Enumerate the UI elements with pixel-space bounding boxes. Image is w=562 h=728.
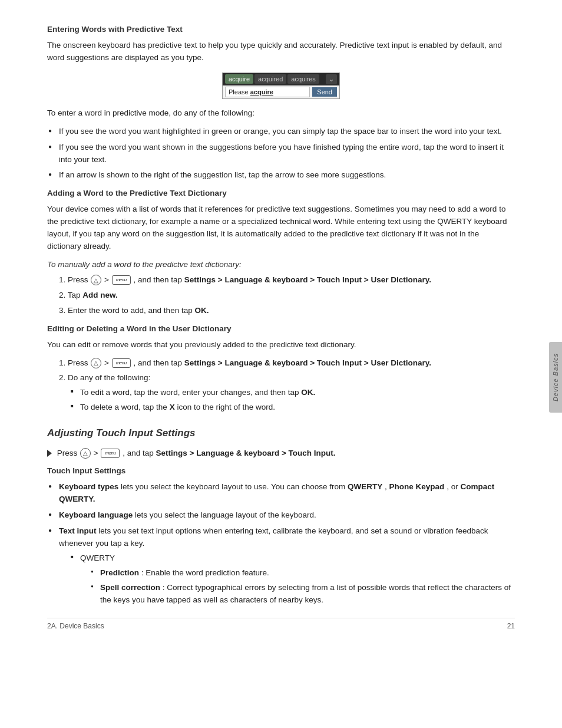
edit-step1-press: Press: [68, 358, 90, 367]
keyboard-widget: acquire acquired acquires ⌄ Please acqui…: [222, 73, 340, 99]
ts-b2-bold: Keyboard language: [59, 510, 133, 519]
entering-words-intro: To enter a word in predictive mode, do a…: [47, 107, 515, 120]
home-icon-edit1: △: [91, 358, 101, 368]
ts-sub1-text: QWERTY: [80, 554, 115, 562]
bullet-item-1: If you see the word you want highlighted…: [47, 126, 515, 138]
edit-sub2-pre: To delete a word, tap the: [80, 403, 167, 411]
step-1: 1. Press △ > menu , and then tap Setting…: [47, 274, 515, 286]
step-2: 2. Tap Add new.: [47, 289, 515, 302]
edit-sub2-bold: X: [170, 403, 175, 411]
footer: 2A. Device Basics 21: [47, 618, 515, 630]
ts-bullet-1: Keyboard types lets you select the keybo…: [47, 481, 515, 506]
ts-b2-text-val: lets you select the language layout of t…: [135, 510, 316, 519]
menu-icon-edit1: menu: [112, 358, 131, 368]
adjusting-press-line: Press △ > menu , and tap Settings > Lang…: [47, 447, 515, 460]
edit-sub1-pre: To edit a word, tap the word, enter your…: [80, 388, 299, 397]
adjust-gt: >: [94, 449, 101, 457]
edit-step1-comma: , and then tap: [133, 358, 184, 367]
edit-step-2: 2. Do any of the following: To edit a wo…: [47, 372, 515, 414]
ts-bullet-3: Text input lets you set text input optio…: [47, 525, 515, 607]
step3-bold: OK.: [194, 306, 209, 315]
input-row: Please acquire Send: [223, 85, 339, 98]
ts-b1-comma2: , or: [447, 482, 460, 491]
ts-ss2-bold: Spell correction: [100, 583, 160, 592]
step3-pre: Enter the word to add, and then tap: [68, 306, 193, 315]
ts-sub-sub-2: Spell correction : Correct typographical…: [91, 582, 515, 607]
page-container: Entering Words with Predictive Text The …: [0, 0, 562, 648]
home-icon-step1: △: [91, 275, 101, 285]
editing-title: Editing or Deleting a Word in the User D…: [47, 323, 515, 335]
step2-bold: Add new.: [82, 291, 118, 299]
editing-section: Editing or Deleting a Word in the User D…: [47, 323, 515, 414]
ts-sub-1: QWERTY Prediction : Enable the word pred…: [71, 552, 515, 607]
ts-b1-bold1: Keyboard types: [59, 482, 118, 491]
arrow-right-icon: [47, 450, 52, 457]
adding-word-section: Adding a Word to the Predictive Text Dic…: [47, 187, 515, 317]
step1-gt: >: [104, 275, 111, 284]
input-display: Please acquire: [225, 87, 310, 97]
manual-add-title: To manually add a word to the predictve …: [47, 259, 515, 271]
chip-acquires: acquires: [287, 74, 319, 84]
entering-words-bullets: If you see the word you want highlighted…: [47, 126, 515, 182]
side-tab-label: Device Basics: [552, 353, 559, 401]
adjust-bold: Settings > Language & keyboard > Touch I…: [156, 449, 336, 457]
edit-step-1: 1. Press △ > menu , and then tap Setting…: [47, 357, 515, 370]
send-button[interactable]: Send: [312, 87, 337, 97]
edit-step2-text: Do any of the following:: [68, 373, 150, 382]
bullet-item-3: If an arrow is shown to the right of the…: [47, 169, 515, 182]
step-3: 3. Enter the word to add, and then tap O…: [47, 305, 515, 317]
ts-b1-text1: lets you select the keyboard layout to u…: [121, 482, 348, 491]
edit-sub1-bold: OK.: [301, 388, 315, 397]
side-tab: Device Basics: [549, 342, 562, 413]
step1-comma: , and then tap: [133, 275, 184, 284]
adjust-and-tap: , and tap: [123, 449, 156, 457]
edit-sub-2: To delete a word, tap the X icon to the …: [71, 401, 515, 414]
edit-step1-gt: >: [104, 358, 111, 367]
editing-body: You can edit or remove words that you pr…: [47, 339, 515, 351]
manual-add-steps: 1. Press △ > menu , and then tap Setting…: [47, 274, 515, 317]
ts-b1-bold2: QWERTY: [348, 482, 382, 491]
adding-word-body: Your device comes with a list of words t…: [47, 203, 515, 253]
adjusting-section: Adjusting Touch Input Settings Press △ >…: [47, 426, 515, 606]
ts-sub-sub-bullets: Prediction : Enable the word prediction …: [91, 567, 515, 607]
ts-ss1-text: : Enable the word prediction feature.: [141, 568, 269, 577]
bullet-item-2: If you see the word you want shown in th…: [47, 141, 515, 166]
chip-acquire: acquire: [225, 74, 253, 84]
ts-b3-text-val: lets you set text input options when ent…: [59, 526, 488, 548]
ts-sub-sub-1: Prediction : Enable the word prediction …: [91, 567, 515, 579]
ts-sub-bullets: QWERTY Prediction : Enable the word pred…: [71, 552, 515, 607]
touch-input-settings-title: Touch Input Settings: [47, 465, 515, 477]
chevron-icon: ⌄: [326, 74, 337, 84]
menu-icon-step1: menu: [112, 275, 131, 285]
entering-words-title: Entering Words with Predictive Text: [47, 24, 515, 36]
edit-step1-bold: Settings > Language & keyboard > Touch I…: [184, 358, 431, 367]
edit-sub-1: To edit a word, tap the word, enter your…: [71, 387, 515, 399]
touch-settings-bullets: Keyboard types lets you select the keybo…: [47, 481, 515, 606]
entering-words-section: Entering Words with Predictive Text The …: [47, 24, 515, 182]
ts-b3-bold: Text input: [59, 526, 97, 535]
home-icon-adjust: △: [80, 448, 91, 459]
entering-words-body: The onscreen keyboard has predictive tex…: [47, 39, 515, 64]
adding-word-title: Adding a Word to the Predictive Text Dic…: [47, 187, 515, 200]
step1-bold: Settings > Language & keyboard > Touch I…: [184, 275, 431, 284]
menu-icon-adjust: menu: [101, 449, 120, 458]
step1-press: Press: [68, 275, 90, 284]
edit-sub2-post: icon to the right of the word.: [177, 403, 275, 411]
ts-b1-comma1: ,: [385, 482, 389, 491]
footer-right: 21: [507, 622, 515, 630]
adjusting-title: Adjusting Touch Input Settings: [47, 426, 515, 441]
edit-sub-bullets: To edit a word, tap the word, enter your…: [71, 387, 515, 414]
ts-b1-bold3: Phone Keypad: [389, 482, 445, 491]
step2-tap: Tap: [68, 291, 83, 299]
editing-steps: 1. Press △ > menu , and then tap Setting…: [47, 357, 515, 414]
ts-bullet-2: Keyboard language lets you select the la…: [47, 509, 515, 522]
adjust-press: Press: [57, 449, 80, 457]
ts-ss2-text: : Correct typographical errors by select…: [100, 583, 511, 604]
chip-acquired: acquired: [254, 74, 286, 84]
keyboard-suggestion-image: acquire acquired acquires ⌄ Please acqui…: [47, 73, 515, 99]
suggestion-row: acquire acquired acquires ⌄: [223, 73, 339, 85]
ts-ss1-bold: Prediction: [100, 568, 139, 577]
footer-left: 2A. Device Basics: [47, 622, 104, 630]
